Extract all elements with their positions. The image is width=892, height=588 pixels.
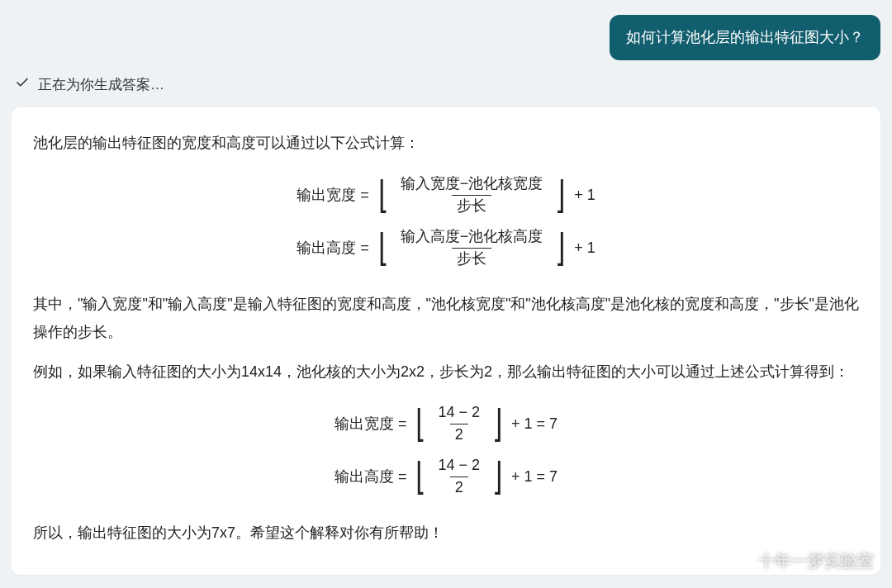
fraction: 输入高度−池化核高度 步长 — [396, 228, 548, 268]
fraction-denominator: 步长 — [452, 248, 491, 268]
fraction-denominator: 2 — [450, 477, 468, 497]
formula-output-width: 输出宽度 = ⌊ 输入宽度−池化核宽度 步长 ⌋ + 1 — [297, 175, 595, 215]
formula-block-example: 输出宽度 = ⌊ 14 − 2 2 ⌋ + 1 = 7 输出高度 = — [33, 397, 859, 503]
formula-output-height: 输出高度 = ⌊ 输入高度−池化核高度 步长 ⌋ + 1 — [297, 228, 595, 268]
formula-lhs: 输出高度 = — [334, 462, 407, 491]
fraction-numerator: 输入宽度−池化核宽度 — [396, 175, 548, 195]
floor-bracket-group: ⌊ 14 − 2 2 ⌋ — [413, 404, 505, 443]
formula-lhs: 输出高度 = — [297, 234, 369, 262]
right-floor-icon: ⌋ — [555, 175, 566, 215]
user-message-bubble[interactable]: 如何计算池化层的输出特征图大小？ — [610, 15, 880, 60]
generating-status: 正在为你生成答案… — [15, 75, 880, 94]
chat-area: 如何计算池化层的输出特征图大小？ 正在为你生成答案… 池化层的输出特征图的宽度和… — [0, 0, 892, 575]
formula-example-width: 输出宽度 = ⌊ 14 − 2 2 ⌋ + 1 = 7 — [334, 404, 558, 443]
formula-example-height: 输出高度 = ⌊ 14 − 2 2 ⌋ + 1 = 7 — [334, 457, 558, 496]
formula-lhs: 输出宽度 = — [334, 410, 407, 438]
left-floor-icon: ⌊ — [377, 175, 388, 215]
answer-paragraph-3: 例如，如果输入特征图的大小为14x14，池化核的大小为2x2，步长为2，那么输出… — [33, 358, 859, 386]
formula-tail: + 1 — [574, 181, 595, 209]
user-message-row: 如何计算池化层的输出特征图大小？ — [12, 15, 880, 60]
answer-paragraph-4: 所以，输出特征图的大小为7x7。希望这个解释对你有所帮助！ — [33, 519, 859, 547]
fraction-denominator: 2 — [450, 424, 468, 444]
fraction-numerator: 14 − 2 — [433, 457, 485, 477]
formula-tail: + 1 = 7 — [511, 410, 558, 438]
fraction: 14 − 2 2 — [433, 457, 485, 496]
formula-block-general: 输出宽度 = ⌊ 输入宽度−池化核宽度 步长 ⌋ + 1 输出高度 = — [33, 168, 859, 274]
assistant-answer-card: 池化层的输出特征图的宽度和高度可以通过以下公式计算： 输出宽度 = ⌊ 输入宽度… — [12, 107, 880, 575]
formula-tail: + 1 — [574, 234, 595, 262]
left-floor-icon: ⌊ — [415, 404, 426, 443]
right-floor-icon: ⌋ — [555, 228, 566, 268]
status-text: 正在为你生成答案… — [38, 75, 164, 94]
left-floor-icon: ⌊ — [377, 228, 388, 268]
user-message-text: 如何计算池化层的输出特征图大小？ — [626, 29, 864, 45]
answer-paragraph-2: 其中，"输入宽度"和"输入高度"是输入特征图的宽度和高度，"池化核宽度"和"池化… — [33, 290, 859, 346]
fraction: 输入宽度−池化核宽度 步长 — [396, 175, 548, 215]
floor-bracket-group: ⌊ 输入宽度−池化核宽度 步长 ⌋ — [376, 175, 568, 215]
fraction-numerator: 14 − 2 — [433, 404, 485, 424]
formula-lhs: 输出宽度 = — [297, 181, 369, 209]
right-floor-icon: ⌋ — [492, 457, 503, 496]
fraction: 14 − 2 2 — [433, 404, 485, 443]
right-floor-icon: ⌋ — [492, 404, 503, 443]
floor-bracket-group: ⌊ 14 − 2 2 ⌋ — [413, 457, 505, 496]
fraction-denominator: 步长 — [452, 195, 491, 216]
left-floor-icon: ⌊ — [415, 457, 426, 496]
check-icon — [15, 75, 30, 94]
formula-tail: + 1 = 7 — [511, 462, 558, 491]
answer-paragraph-1: 池化层的输出特征图的宽度和高度可以通过以下公式计算： — [33, 129, 859, 157]
floor-bracket-group: ⌊ 输入高度−池化核高度 步长 ⌋ — [376, 228, 568, 268]
fraction-numerator: 输入高度−池化核高度 — [396, 228, 548, 248]
